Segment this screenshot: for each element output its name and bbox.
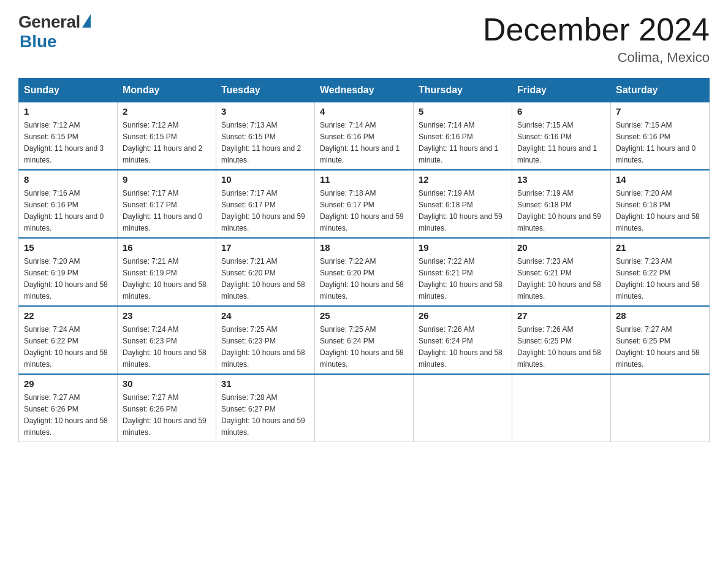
table-row: 13 Sunrise: 7:19 AMSunset: 6:18 PMDaylig…	[512, 170, 611, 238]
header-wednesday: Wednesday	[315, 79, 414, 102]
table-row: 22 Sunrise: 7:24 AMSunset: 6:22 PMDaylig…	[19, 306, 118, 374]
day-number: 15	[24, 242, 112, 253]
location-subtitle: Colima, Mexico	[483, 50, 710, 66]
day-number: 19	[419, 242, 507, 253]
table-row: 8 Sunrise: 7:16 AMSunset: 6:16 PMDayligh…	[19, 170, 118, 238]
table-row: 19 Sunrise: 7:22 AMSunset: 6:21 PMDaylig…	[414, 238, 512, 306]
table-row: 25 Sunrise: 7:25 AMSunset: 6:24 PMDaylig…	[315, 306, 414, 374]
table-row: 1 Sunrise: 7:12 AMSunset: 6:15 PMDayligh…	[19, 102, 118, 170]
table-row	[414, 374, 512, 442]
logo: General Blue	[18, 12, 91, 52]
day-info: Sunrise: 7:13 AMSunset: 6:15 PMDaylight:…	[221, 121, 301, 164]
month-year-title: December 2024	[483, 12, 710, 47]
day-info: Sunrise: 7:22 AMSunset: 6:21 PMDaylight:…	[419, 257, 502, 301]
day-number: 20	[517, 242, 605, 253]
table-row: 14 Sunrise: 7:20 AMSunset: 6:18 PMDaylig…	[611, 170, 710, 238]
day-number: 7	[616, 106, 704, 117]
day-info: Sunrise: 7:28 AMSunset: 6:27 PMDaylight:…	[221, 393, 305, 437]
day-number: 14	[616, 174, 704, 185]
logo-blue-text: Blue	[20, 32, 57, 52]
day-info: Sunrise: 7:24 AMSunset: 6:23 PMDaylight:…	[123, 325, 207, 369]
day-info: Sunrise: 7:25 AMSunset: 6:23 PMDaylight:…	[221, 325, 305, 369]
day-info: Sunrise: 7:20 AMSunset: 6:19 PMDaylight:…	[24, 257, 108, 301]
calendar-week-4: 22 Sunrise: 7:24 AMSunset: 6:22 PMDaylig…	[19, 306, 710, 374]
table-row: 15 Sunrise: 7:20 AMSunset: 6:19 PMDaylig…	[19, 238, 118, 306]
table-row: 18 Sunrise: 7:22 AMSunset: 6:20 PMDaylig…	[315, 238, 414, 306]
day-number: 5	[419, 106, 507, 117]
table-row: 16 Sunrise: 7:21 AMSunset: 6:19 PMDaylig…	[118, 238, 216, 306]
day-number: 18	[320, 242, 408, 253]
day-info: Sunrise: 7:23 AMSunset: 6:22 PMDaylight:…	[616, 257, 700, 301]
calendar-header-row: Sunday Monday Tuesday Wednesday Thursday…	[19, 79, 710, 102]
day-info: Sunrise: 7:23 AMSunset: 6:21 PMDaylight:…	[517, 257, 601, 301]
table-row: 20 Sunrise: 7:23 AMSunset: 6:21 PMDaylig…	[512, 238, 611, 306]
day-number: 21	[616, 242, 704, 253]
table-row: 2 Sunrise: 7:12 AMSunset: 6:15 PMDayligh…	[118, 102, 216, 170]
day-number: 16	[123, 242, 211, 253]
day-number: 22	[24, 310, 112, 321]
page-header: General Blue December 2024 Colima, Mexic…	[18, 12, 710, 66]
day-info: Sunrise: 7:14 AMSunset: 6:16 PMDaylight:…	[419, 121, 498, 164]
day-info: Sunrise: 7:22 AMSunset: 6:20 PMDaylight:…	[320, 257, 404, 301]
table-row: 31 Sunrise: 7:28 AMSunset: 6:27 PMDaylig…	[216, 374, 315, 442]
day-info: Sunrise: 7:21 AMSunset: 6:20 PMDaylight:…	[221, 257, 305, 301]
day-number: 13	[517, 174, 605, 185]
table-row	[315, 374, 414, 442]
day-number: 30	[123, 378, 211, 389]
day-number: 28	[616, 310, 704, 321]
day-number: 23	[123, 310, 211, 321]
day-info: Sunrise: 7:15 AMSunset: 6:16 PMDaylight:…	[517, 121, 597, 164]
table-row: 27 Sunrise: 7:26 AMSunset: 6:25 PMDaylig…	[512, 306, 611, 374]
logo-general-text: General	[18, 12, 80, 32]
day-info: Sunrise: 7:21 AMSunset: 6:19 PMDaylight:…	[123, 257, 207, 301]
day-number: 27	[517, 310, 605, 321]
day-info: Sunrise: 7:27 AMSunset: 6:26 PMDaylight:…	[123, 393, 207, 437]
day-number: 17	[221, 242, 309, 253]
table-row: 4 Sunrise: 7:14 AMSunset: 6:16 PMDayligh…	[315, 102, 414, 170]
day-number: 9	[123, 174, 211, 185]
table-row	[611, 374, 710, 442]
day-info: Sunrise: 7:14 AMSunset: 6:16 PMDaylight:…	[320, 121, 400, 164]
table-row: 23 Sunrise: 7:24 AMSunset: 6:23 PMDaylig…	[118, 306, 216, 374]
day-info: Sunrise: 7:26 AMSunset: 6:24 PMDaylight:…	[419, 325, 502, 369]
day-number: 6	[517, 106, 605, 117]
table-row: 28 Sunrise: 7:27 AMSunset: 6:25 PMDaylig…	[611, 306, 710, 374]
header-saturday: Saturday	[611, 79, 710, 102]
day-number: 4	[320, 106, 408, 117]
day-info: Sunrise: 7:24 AMSunset: 6:22 PMDaylight:…	[24, 325, 108, 369]
table-row: 24 Sunrise: 7:25 AMSunset: 6:23 PMDaylig…	[216, 306, 315, 374]
day-number: 24	[221, 310, 309, 321]
day-number: 12	[419, 174, 507, 185]
table-row: 12 Sunrise: 7:19 AMSunset: 6:18 PMDaylig…	[414, 170, 512, 238]
table-row: 29 Sunrise: 7:27 AMSunset: 6:26 PMDaylig…	[19, 374, 118, 442]
day-info: Sunrise: 7:15 AMSunset: 6:16 PMDaylight:…	[616, 121, 696, 164]
day-number: 29	[24, 378, 112, 389]
day-info: Sunrise: 7:27 AMSunset: 6:26 PMDaylight:…	[24, 393, 108, 437]
calendar-week-1: 1 Sunrise: 7:12 AMSunset: 6:15 PMDayligh…	[19, 102, 710, 170]
day-number: 10	[221, 174, 309, 185]
table-row: 7 Sunrise: 7:15 AMSunset: 6:16 PMDayligh…	[611, 102, 710, 170]
day-info: Sunrise: 7:18 AMSunset: 6:17 PMDaylight:…	[320, 189, 404, 232]
table-row: 26 Sunrise: 7:26 AMSunset: 6:24 PMDaylig…	[414, 306, 512, 374]
calendar-table: Sunday Monday Tuesday Wednesday Thursday…	[18, 78, 710, 442]
day-number: 1	[24, 106, 112, 117]
day-info: Sunrise: 7:26 AMSunset: 6:25 PMDaylight:…	[517, 325, 601, 369]
logo-triangle-icon	[82, 14, 91, 28]
day-number: 26	[419, 310, 507, 321]
day-number: 2	[123, 106, 211, 117]
title-section: December 2024 Colima, Mexico	[483, 12, 710, 66]
table-row: 9 Sunrise: 7:17 AMSunset: 6:17 PMDayligh…	[118, 170, 216, 238]
day-info: Sunrise: 7:19 AMSunset: 6:18 PMDaylight:…	[517, 189, 601, 232]
day-number: 31	[221, 378, 309, 389]
day-info: Sunrise: 7:12 AMSunset: 6:15 PMDaylight:…	[123, 121, 202, 164]
header-friday: Friday	[512, 79, 611, 102]
day-info: Sunrise: 7:25 AMSunset: 6:24 PMDaylight:…	[320, 325, 404, 369]
table-row: 6 Sunrise: 7:15 AMSunset: 6:16 PMDayligh…	[512, 102, 611, 170]
day-info: Sunrise: 7:20 AMSunset: 6:18 PMDaylight:…	[616, 189, 700, 232]
day-info: Sunrise: 7:17 AMSunset: 6:17 PMDaylight:…	[221, 189, 305, 232]
table-row: 11 Sunrise: 7:18 AMSunset: 6:17 PMDaylig…	[315, 170, 414, 238]
header-sunday: Sunday	[19, 79, 118, 102]
table-row: 17 Sunrise: 7:21 AMSunset: 6:20 PMDaylig…	[216, 238, 315, 306]
header-thursday: Thursday	[414, 79, 512, 102]
day-info: Sunrise: 7:16 AMSunset: 6:16 PMDaylight:…	[24, 189, 104, 232]
